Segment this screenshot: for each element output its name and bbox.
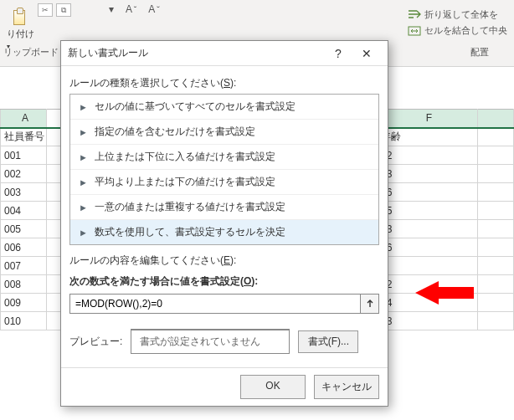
rule-type-list[interactable]: ►セルの値に基づいてすべてのセルを書式設定 ►指定の値を含むセルだけを書式設定 … <box>69 94 379 245</box>
ok-button[interactable]: OK <box>240 375 306 399</box>
cell[interactable]: 43 <box>378 220 478 238</box>
collapse-dialog-icon <box>365 299 375 309</box>
bullet-icon: ► <box>79 127 88 137</box>
select-rule-type-label: ルールの種類を選択してください(S): <box>69 76 379 90</box>
close-button[interactable]: ✕ <box>352 42 381 65</box>
formula-row <box>69 294 379 314</box>
wrap-text-button[interactable]: 折り返して全体を <box>408 8 507 21</box>
cell[interactable] <box>378 257 478 275</box>
cell[interactable]: 002 <box>1 165 47 183</box>
edit-rule-label: ルールの内容を編集してください(E): <box>69 254 379 268</box>
merge-center-button[interactable]: セルを結合して中央 <box>408 24 507 37</box>
merge-icon <box>408 26 421 36</box>
cell[interactable]: 36 <box>378 238 478 257</box>
preview-row: プレビュー: 書式が設定されていません 書式(F)... <box>69 329 379 354</box>
alignment-area: 折り返して全体を セルを結合して中央 <box>408 8 507 40</box>
dialog-footer: OK キャンセル <box>61 367 388 406</box>
cell[interactable]: 34 <box>378 294 478 312</box>
cell[interactable]: 42 <box>378 275 478 294</box>
dialog-body: ルールの種類を選択してください(S): ►セルの値に基づいてすべてのセルを書式設… <box>61 66 388 367</box>
cell[interactable]: 004 <box>1 202 47 220</box>
range-selector-button[interactable] <box>361 294 379 314</box>
paste-button[interactable]: り付け ▾ <box>7 0 34 50</box>
rule-type-item[interactable]: ►セルの値に基づいてすべてのセルを書式設定 <box>70 95 378 120</box>
alignment-group-label: 配置 <box>470 46 489 59</box>
cell[interactable]: 001 <box>1 146 47 165</box>
rule-type-item[interactable]: ►一意の値または重複する値だけを書式設定 <box>70 195 378 220</box>
font-area: ▾ A˘ A˘ <box>109 3 160 15</box>
bullet-icon: ► <box>79 202 88 213</box>
dialog-titlebar[interactable]: 新しい書式ルール ? ✕ <box>61 41 388 66</box>
bullet-icon: ► <box>79 102 88 112</box>
cell[interactable]: 008 <box>1 275 47 294</box>
dialog-title: 新しい書式ルール <box>68 46 324 60</box>
font-size-caret[interactable]: ▾ <box>109 3 114 15</box>
cut-icon[interactable]: ✂ <box>38 3 53 17</box>
cell[interactable]: 010 <box>1 312 47 330</box>
clipboard-mini-icons: ✂ ⧉ <box>38 3 71 17</box>
cancel-button[interactable]: キャンセル <box>314 375 379 399</box>
column-header-f[interactable]: F <box>378 110 478 128</box>
bullet-icon: ► <box>79 228 88 238</box>
paste-label: り付け <box>7 28 34 40</box>
cell[interactable]: 003 <box>1 183 47 202</box>
copy-icon[interactable]: ⧉ <box>56 3 71 17</box>
help-button[interactable]: ? <box>324 42 352 65</box>
cell[interactable]: 56 <box>378 183 478 202</box>
bullet-icon: ► <box>79 152 88 162</box>
new-format-rule-dialog: 新しい書式ルール ? ✕ ルールの種類を選択してください(S): ►セルの値に基… <box>60 40 388 407</box>
cell[interactable]: 年齢 <box>378 128 478 146</box>
preview-label: プレビュー: <box>69 335 122 349</box>
cell[interactable]: 62 <box>378 146 478 165</box>
cell[interactable]: 社員番号 <box>1 128 47 146</box>
format-button[interactable]: 書式(F)... <box>298 330 358 353</box>
increase-font-icon[interactable]: A˘ <box>126 3 136 15</box>
cell[interactable]: 33 <box>378 312 478 330</box>
bullet-icon: ► <box>79 177 88 187</box>
cell[interactable]: 55 <box>378 202 478 220</box>
column-header-a[interactable]: A <box>1 110 47 128</box>
rule-type-item[interactable]: ►平均より上または下の値だけを書式設定 <box>70 170 378 195</box>
rule-type-item-selected[interactable]: ►数式を使用して、書式設定するセルを決定 <box>70 220 378 244</box>
cell[interactable]: 006 <box>1 238 47 257</box>
column-header-g[interactable] <box>478 110 514 128</box>
preview-box: 書式が設定されていません <box>131 329 290 354</box>
formula-input[interactable] <box>69 294 361 314</box>
cell[interactable]: 009 <box>1 294 47 312</box>
rule-type-item[interactable]: ►上位または下位に入る値だけを書式設定 <box>70 145 378 170</box>
cell[interactable]: 007 <box>1 257 47 275</box>
decrease-font-icon[interactable]: A˘ <box>148 3 159 15</box>
wrap-icon <box>408 10 421 20</box>
formula-condition-label: 次の数式を満たす場合に値を書式設定(O): <box>69 274 379 289</box>
rule-type-item[interactable]: ►指定の値を含むセルだけを書式設定 <box>70 120 378 145</box>
cell[interactable]: 53 <box>378 165 478 183</box>
paste-icon <box>7 0 32 25</box>
cell[interactable]: 005 <box>1 220 47 238</box>
